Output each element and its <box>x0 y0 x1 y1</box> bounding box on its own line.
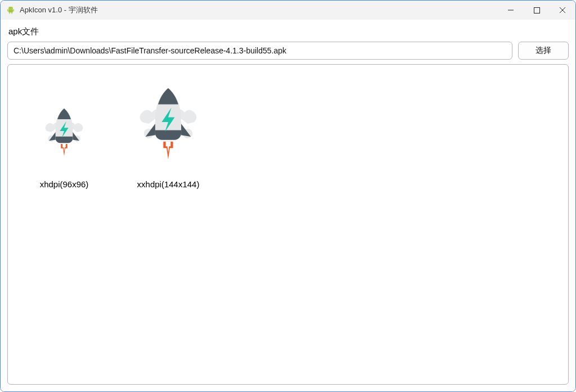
icon-preview-panel: xhdpi(96x96) xxhdpi(14 <box>7 64 569 385</box>
rocket-icon <box>25 93 104 172</box>
svg-point-8 <box>11 8 12 8</box>
maximize-button[interactable] <box>524 1 550 20</box>
titlebar[interactable]: ApkIcon v1.0 - 宇润软件 <box>1 1 575 20</box>
app-window: ApkIcon v1.0 - 宇润软件 apk文件 选择 <box>0 0 576 392</box>
icons-row: xhdpi(96x96) xxhdpi(14 <box>25 76 551 189</box>
svg-rect-5 <box>9 12 10 14</box>
rocket-icon <box>120 76 216 172</box>
svg-rect-2 <box>8 9 13 12</box>
close-button[interactable] <box>550 1 575 20</box>
android-icon <box>6 6 15 15</box>
file-label: apk文件 <box>7 25 569 37</box>
window-title: ApkIcon v1.0 - 宇润软件 <box>20 5 98 15</box>
apk-path-input[interactable] <box>7 42 512 60</box>
icon-caption: xxhdpi(144x144) <box>137 179 200 189</box>
svg-rect-3 <box>7 9 8 11</box>
svg-rect-9 <box>534 7 539 13</box>
svg-rect-6 <box>11 12 12 14</box>
icon-caption: xhdpi(96x96) <box>40 179 89 189</box>
svg-rect-4 <box>14 9 14 11</box>
content-area: apk文件 选择 <box>1 20 575 391</box>
file-row: 选择 <box>7 42 569 60</box>
choose-file-button[interactable]: 选择 <box>518 42 569 60</box>
svg-point-7 <box>10 8 10 8</box>
icon-card: xhdpi(96x96) <box>25 93 104 189</box>
minimize-button[interactable] <box>498 1 524 20</box>
icon-card: xxhdpi(144x144) <box>120 76 216 189</box>
